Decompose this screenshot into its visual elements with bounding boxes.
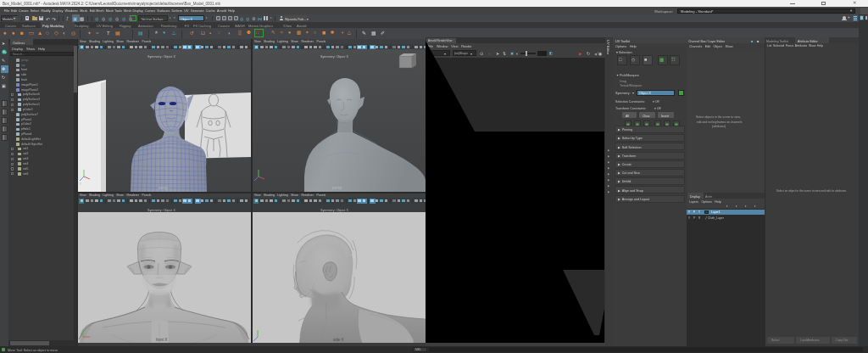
svg-text:front X: front X [156,338,167,342]
svg-text:side X: side X [333,338,344,342]
svg-text:persp: persp [332,186,342,190]
svg-text:persp: persp [159,186,169,190]
